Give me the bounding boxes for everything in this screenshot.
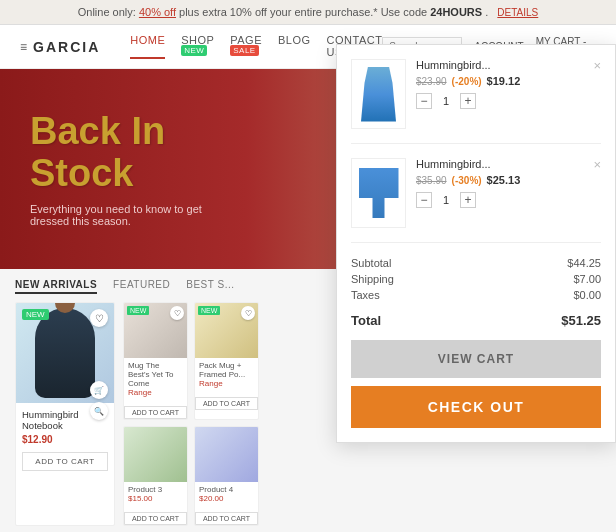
cart-item-image-1 — [351, 59, 406, 129]
promo-highlight[interactable]: 40% off — [139, 6, 176, 18]
final-price-1: $19.12 — [487, 75, 521, 87]
sale-badge: SALE — [230, 45, 258, 56]
add-to-cart-button[interactable]: ADD TO CART — [195, 397, 258, 410]
shipping-label: Shipping — [351, 273, 394, 285]
product-info: Product 4 $20.00 — [195, 482, 258, 507]
product-name: Mug The Best's Yet To Come — [128, 361, 183, 388]
nav-item-home[interactable]: HOME — [130, 34, 165, 60]
hero-text: Back In Stock Everything you need to kno… — [0, 81, 240, 257]
qty-decrease-1[interactable]: − — [416, 93, 432, 109]
total-value: $51.25 — [561, 313, 601, 328]
qty-increase-1[interactable]: + — [460, 93, 476, 109]
wishlist-button[interactable]: ♡ — [90, 309, 108, 327]
original-price-2: $35.90 — [416, 175, 447, 186]
product-thumbnail — [195, 427, 258, 482]
discount-badge-1: (-20%) — [452, 76, 482, 87]
discount-badge-2: (-30%) — [452, 175, 482, 186]
view-cart-button[interactable]: VIEW CART — [351, 340, 601, 378]
product-name: Product 3 — [128, 485, 183, 494]
taxes-value: $0.00 — [573, 289, 601, 301]
promo-text: Online only: — [78, 6, 139, 18]
shipping-value: $7.00 — [573, 273, 601, 285]
menu-bars-icon[interactable]: ≡ — [20, 40, 29, 54]
logo: ≡ GARCIA — [20, 39, 100, 55]
product-price: $12.90 — [22, 434, 108, 445]
cart-summary: Subtotal $44.25 Shipping $7.00 Taxes $0.… — [351, 257, 601, 328]
checkout-button[interactable]: CHECK OUT — [351, 386, 601, 428]
cart-item-name-1: Hummingbird... — [416, 59, 601, 71]
small-product-card-2: NEW ♡ Pack Mug + Framed Po... Range ADD … — [194, 302, 259, 420]
small-product-card-1: NEW ♡ Mug The Best's Yet To Come Range A… — [123, 302, 188, 420]
product-price: $20.00 — [199, 494, 254, 503]
taxes-label: Taxes — [351, 289, 380, 301]
product-info: Mug The Best's Yet To Come Range — [124, 358, 187, 401]
cart-dropdown: Hummingbird... $23.90 (-20%) $19.12 − 1 … — [336, 44, 616, 443]
add-to-cart-button[interactable]: ADD TO CART — [124, 512, 187, 525]
logo-text: GARCIA — [33, 39, 100, 55]
add-to-cart-button[interactable]: ADD TO CART — [22, 452, 108, 471]
tab-new-arrivals[interactable]: NEW ARRIVALS — [15, 279, 97, 294]
taxes-row: Taxes $0.00 — [351, 289, 601, 301]
product-dress-shape — [361, 67, 396, 122]
original-price-1: $23.90 — [416, 76, 447, 87]
remove-item-1[interactable]: × — [593, 59, 601, 72]
product-shorts-shape — [359, 168, 399, 218]
subtotal-row: Subtotal $44.25 — [351, 257, 601, 269]
cart-item-image-2 — [351, 158, 406, 228]
product-price: Range — [199, 379, 254, 388]
product-thumbnail — [124, 427, 187, 482]
remove-item-2[interactable]: × — [593, 158, 601, 171]
subtotal-label: Subtotal — [351, 257, 391, 269]
nav-item-shop[interactable]: SHOP NEW — [181, 34, 214, 60]
subtotal-value: $44.25 — [567, 257, 601, 269]
new-badge: NEW — [181, 45, 207, 56]
qty-control-1: − 1 + — [416, 93, 601, 109]
product-price: Range — [128, 388, 183, 397]
promo-text-mid: plus extra 10% off your entire purchase.… — [179, 6, 430, 18]
wishlist-icon[interactable]: ♡ — [170, 306, 184, 320]
total-label: Total — [351, 313, 381, 328]
final-price-2: $25.13 — [487, 174, 521, 186]
total-row: Total $51.25 — [351, 307, 601, 328]
hero-title: Back In Stock — [30, 111, 210, 195]
cart-actions: VIEW CART CHECK OUT — [351, 340, 601, 428]
qty-value-1: 1 — [440, 95, 452, 107]
promo-details-link[interactable]: DETAILS — [497, 7, 538, 18]
qty-control-2: − 1 + — [416, 192, 601, 208]
add-to-cart-button[interactable]: ADD TO CART — [195, 512, 258, 525]
action-icons: 🛒 🔍 — [90, 381, 108, 420]
person-figure — [35, 308, 95, 398]
cart-quick-add-icon[interactable]: 🛒 — [90, 381, 108, 399]
qty-decrease-2[interactable]: − — [416, 192, 432, 208]
product-info: Pack Mug + Framed Po... Range — [195, 358, 258, 392]
small-product-card-3: Product 3 $15.00 ADD TO CART — [123, 426, 188, 526]
cart-item-info-2: Hummingbird... $35.90 (-30%) $25.13 − 1 … — [416, 158, 601, 208]
nav-item-page[interactable]: PAGE SALE — [230, 34, 262, 60]
product-price: $15.00 — [128, 494, 183, 503]
add-to-cart-button[interactable]: ADD TO CART — [124, 406, 187, 419]
wishlist-icon[interactable]: ♡ — [241, 306, 255, 320]
cart-item-pricing-1: $23.90 (-20%) $19.12 — [416, 75, 601, 87]
zoom-icon[interactable]: 🔍 — [90, 402, 108, 420]
shipping-row: Shipping $7.00 — [351, 273, 601, 285]
new-badge: NEW — [22, 309, 49, 320]
promo-text-after: . — [485, 6, 488, 18]
new-badge: NEW — [198, 306, 220, 315]
hero-subtitle: Everything you need to know to get dress… — [30, 203, 210, 227]
cart-item-name-2: Hummingbird... — [416, 158, 601, 170]
new-badge: NEW — [127, 306, 149, 315]
product-name: Product 4 — [199, 485, 254, 494]
tab-featured[interactable]: FEATURED — [113, 279, 170, 294]
cart-item-info-1: Hummingbird... $23.90 (-20%) $19.12 − 1 … — [416, 59, 601, 109]
tab-best-sellers[interactable]: BEST S... — [186, 279, 234, 294]
nav-item-blog[interactable]: BLOG — [278, 34, 311, 60]
small-product-card-4: Product 4 $20.00 ADD TO CART — [194, 426, 259, 526]
promo-banner: Online only: 40% off plus extra 10% off … — [0, 0, 616, 25]
promo-code: 24HOURS — [430, 6, 482, 18]
cart-item-2: Hummingbird... $35.90 (-30%) $25.13 − 1 … — [351, 158, 601, 243]
cart-item-1: Hummingbird... $23.90 (-20%) $19.12 − 1 … — [351, 59, 601, 144]
qty-increase-2[interactable]: + — [460, 192, 476, 208]
product-info: Product 3 $15.00 — [124, 482, 187, 507]
product-name: Pack Mug + Framed Po... — [199, 361, 254, 379]
qty-value-2: 1 — [440, 194, 452, 206]
